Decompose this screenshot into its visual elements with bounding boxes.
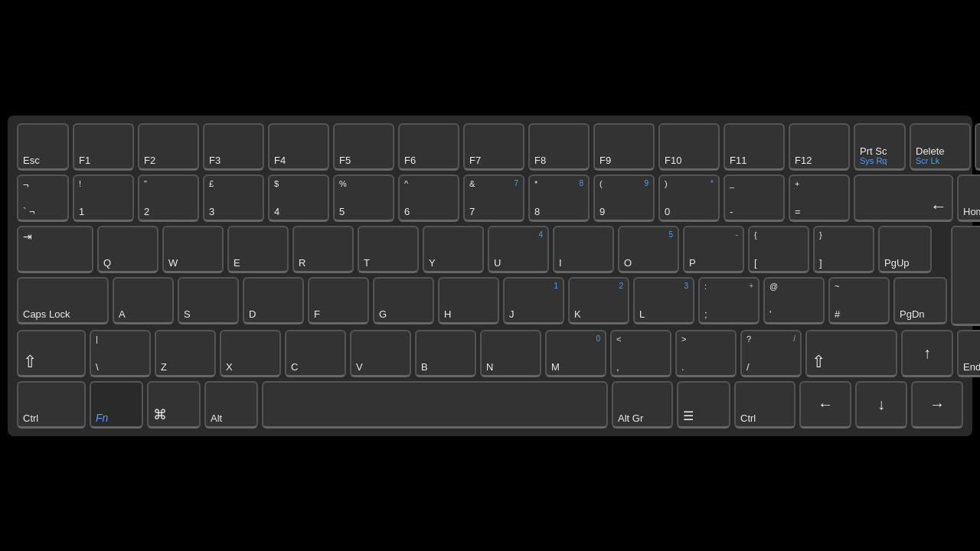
key-l[interactable]: 3 L (633, 277, 694, 324)
key-f4[interactable]: F4 (268, 123, 329, 171)
key-left[interactable]: ← (799, 381, 851, 429)
key-i[interactable]: I (553, 226, 614, 273)
key-right-shift[interactable]: ⇧ (805, 330, 897, 377)
key-0[interactable]: ) * 0 (658, 174, 720, 222)
key-delete[interactable]: Delete Scr Lk (910, 123, 971, 171)
key-f1[interactable]: F1 (73, 123, 134, 171)
number-row: ¬ ` ¬ ! 1 " 2 £ 3 $ 4 % 5 ^ 6 & 7 (17, 174, 963, 222)
key-t[interactable]: T (358, 226, 419, 273)
key-up[interactable]: ↑ (901, 330, 953, 377)
key-right-ctrl[interactable]: Ctrl (734, 381, 795, 429)
key-r[interactable]: R (292, 226, 354, 273)
qwerty-asdf-section: ⇥ Q W E R T Y 4 U I 5 O - (17, 226, 963, 326)
key-f6[interactable]: F6 (398, 123, 459, 171)
key-insert[interactable]: Insert Num Lk (975, 123, 980, 171)
key-pgdn[interactable]: PgDn (893, 277, 947, 324)
key-esc[interactable]: Esc (17, 123, 69, 171)
key-1[interactable]: ! 1 (73, 174, 134, 222)
key-8[interactable]: * 8 8 (528, 174, 590, 222)
key-4[interactable]: $ 4 (268, 174, 329, 222)
key-o[interactable]: 5 O (618, 226, 679, 273)
key-f2[interactable]: F2 (138, 123, 199, 171)
zxcv-row: ⇧ | \ Z X C V B N 0 M < , > . ? / / ⇧ (17, 330, 963, 377)
key-left-ctrl[interactable]: Ctrl (17, 381, 86, 429)
key-f[interactable]: F (308, 277, 369, 324)
key-w[interactable]: W (162, 226, 224, 273)
key-left-alt[interactable]: Alt (204, 381, 258, 429)
key-f3[interactable]: F3 (203, 123, 264, 171)
key-quote[interactable]: @ ' (763, 277, 825, 324)
key-f10[interactable]: F10 (658, 123, 720, 171)
key-a[interactable]: A (113, 277, 174, 324)
key-f12[interactable]: F12 (789, 123, 850, 171)
key-rbracket[interactable]: } ] (813, 226, 874, 273)
key-q[interactable]: Q (97, 226, 158, 273)
key-super[interactable]: ⌘ (147, 381, 201, 429)
key-f11[interactable]: F11 (724, 123, 785, 171)
key-9[interactable]: ( 9 9 (593, 174, 655, 222)
key-j[interactable]: 1 J (503, 277, 564, 324)
key-v[interactable]: V (350, 330, 411, 377)
key-6[interactable]: ^ 6 (398, 174, 459, 222)
key-enter[interactable]: ↵ (951, 226, 980, 326)
key-alt-gr[interactable]: Alt Gr (612, 381, 673, 429)
keyboard: Esc F1 F2 F3 F4 F5 F6 F7 F8 F9 F10 F11 F… (8, 116, 972, 436)
key-left-shift[interactable]: ⇧ (17, 330, 86, 377)
key-5[interactable]: % 5 (333, 174, 394, 222)
key-lbracket[interactable]: { [ (748, 226, 809, 273)
key-label: Esc (23, 155, 40, 165)
key-z[interactable]: Z (155, 330, 216, 377)
key-f7[interactable]: F7 (463, 123, 524, 171)
key-d[interactable]: D (243, 277, 304, 324)
key-hash[interactable]: ~ # (828, 277, 890, 324)
bottom-row: Ctrl Fn ⌘ Alt Alt Gr ☰ Ctrl ← ↓ → (17, 381, 963, 429)
key-caps-lock[interactable]: Caps Lock (17, 277, 109, 324)
key-f5[interactable]: F5 (333, 123, 394, 171)
key-backtick[interactable]: ¬ ` ¬ (17, 174, 69, 222)
key-x[interactable]: X (220, 330, 281, 377)
key-7[interactable]: & 7 7 (463, 174, 524, 222)
qwerty-asdf-left: ⇥ Q W E R T Y 4 U I 5 O - (17, 226, 947, 326)
key-slash[interactable]: ? / / (740, 330, 802, 377)
key-fn[interactable]: Fn (90, 381, 143, 429)
key-h[interactable]: H (438, 277, 499, 324)
key-end[interactable]: End (957, 330, 980, 377)
key-f9[interactable]: F9 (593, 123, 655, 171)
key-m[interactable]: 0 M (545, 330, 606, 377)
function-row: Esc F1 F2 F3 F4 F5 F6 F7 F8 F9 F10 F11 F… (17, 123, 963, 171)
key-space[interactable] (262, 381, 608, 429)
key-pgup[interactable]: PgUp (878, 226, 932, 273)
key-c[interactable]: C (285, 330, 346, 377)
qwerty-row: ⇥ Q W E R T Y 4 U I 5 O - (17, 226, 947, 273)
key-3[interactable]: £ 3 (203, 174, 264, 222)
key-2[interactable]: " 2 (138, 174, 199, 222)
key-f8[interactable]: F8 (528, 123, 590, 171)
key-y[interactable]: Y (423, 226, 484, 273)
key-n[interactable]: N (480, 330, 541, 377)
key-down[interactable]: ↓ (855, 381, 907, 429)
key-menu[interactable]: ☰ (677, 381, 730, 429)
key-home[interactable]: Home (957, 174, 980, 222)
key-tab[interactable]: ⇥ (17, 226, 93, 273)
key-e[interactable]: E (227, 226, 289, 273)
key-equals[interactable]: + = (789, 174, 850, 222)
key-semicolon[interactable]: : + ; (698, 277, 760, 324)
key-comma[interactable]: < , (610, 330, 671, 377)
key-u[interactable]: 4 U (488, 226, 549, 273)
key-s[interactable]: S (178, 277, 239, 324)
key-prtsc[interactable]: Prt Sc Sys Rq (854, 123, 906, 171)
key-period[interactable]: > . (675, 330, 737, 377)
key-backspace[interactable]: ← (854, 174, 953, 222)
key-k[interactable]: 2 K (568, 277, 629, 324)
key-p[interactable]: - P (683, 226, 744, 273)
key-right[interactable]: → (911, 381, 963, 429)
key-b[interactable]: B (415, 330, 476, 377)
key-backslash[interactable]: | \ (90, 330, 151, 377)
key-g[interactable]: G (373, 277, 434, 324)
asdf-row: Caps Lock A S D F G H 1 J 2 K 3 L (17, 277, 947, 324)
key-minus[interactable]: _ - (724, 174, 785, 222)
